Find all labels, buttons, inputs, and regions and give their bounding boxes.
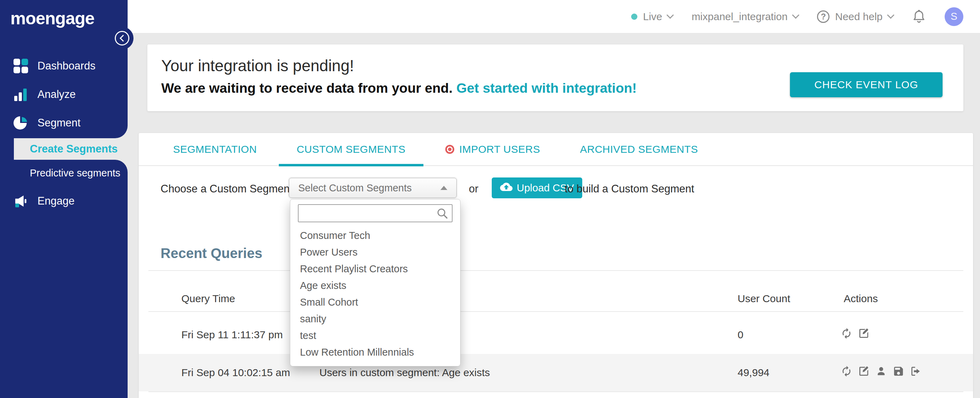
chevron-down-icon xyxy=(792,11,799,19)
target-dot-icon xyxy=(445,145,454,154)
or-text: or xyxy=(469,183,479,195)
sidebar-item-label: Predictive segments xyxy=(30,168,120,179)
dropdown-option[interactable]: test xyxy=(290,327,460,344)
sidebar-item-analyze[interactable]: Analyze xyxy=(0,80,127,109)
tab-archived-segments[interactable]: ARCHIVED SEGMENTS xyxy=(580,133,698,166)
table-row: Fri Sep 04 10:02:15 am Users in custom s… xyxy=(139,354,973,392)
column-header-actions: Actions xyxy=(844,293,878,305)
dropdown-search xyxy=(298,204,453,222)
notifications-bell-icon[interactable] xyxy=(912,9,926,24)
sidebar-item-label: Create Segments xyxy=(30,143,118,155)
chevron-down-icon xyxy=(887,11,894,19)
dropdown-option[interactable]: sanity xyxy=(290,310,460,327)
user-count-cell: 49,994 xyxy=(738,367,770,379)
workspace-label: mixpanel_integration xyxy=(692,11,788,22)
segments-card: SEGMENTATION CUSTOM SEGMENTS IMPORT USER… xyxy=(139,133,973,398)
sidebar-item-label: Analyze xyxy=(37,88,76,101)
tab-label: CUSTOM SEGMENTS xyxy=(297,144,406,155)
sidebar-bottom-section: Predictive segments Engage xyxy=(0,160,127,398)
tab-label: IMPORT USERS xyxy=(459,144,540,155)
table-row: Fri Sep 11 1:11:37 pm 0 xyxy=(139,312,973,354)
row-actions xyxy=(841,365,922,377)
dropdown-option[interactable]: Low Retention Millennials xyxy=(290,344,460,361)
user-count-cell: 0 xyxy=(738,329,743,341)
build-segment-hint: to build a Custom Segment xyxy=(565,183,694,195)
environment-switcher[interactable]: Live xyxy=(631,11,673,22)
divider xyxy=(148,270,963,271)
tab-custom-segments[interactable]: CUSTOM SEGMENTS xyxy=(297,133,406,166)
segment-search-input[interactable] xyxy=(298,204,453,222)
tabs: SEGMENTATION CUSTOM SEGMENTS IMPORT USER… xyxy=(139,133,973,166)
edit-icon[interactable] xyxy=(858,365,870,377)
edit-icon[interactable] xyxy=(858,328,870,339)
moengage-logo[interactable]: moengage xyxy=(0,0,127,39)
sidebar: moengage Dashboards xyxy=(0,0,127,398)
choose-segment-label: Choose a Custom Segment: xyxy=(161,183,296,195)
get-started-link[interactable]: Get started with integration! xyxy=(457,81,637,96)
moengage-app: Live mixpanel_integration ? Need help S … xyxy=(0,0,980,398)
help-label: Need help xyxy=(835,11,883,22)
tab-label: ARCHIVED SEGMENTS xyxy=(580,144,698,155)
cloud-upload-icon xyxy=(500,182,512,195)
dropdown-options: Consumer Tech Power Users Recent Playlis… xyxy=(290,227,460,361)
column-header-user-count: User Count xyxy=(738,293,790,305)
sidebar-item-label: Segment xyxy=(37,117,80,129)
sidebar-active-row: Create Segments xyxy=(0,138,127,160)
recent-queries-title: Recent Queries xyxy=(161,246,262,261)
caret-up-icon xyxy=(441,186,447,190)
sidebar-item-predictive-segments[interactable]: Predictive segments xyxy=(0,162,127,184)
sidebar-item-dashboards[interactable]: Dashboards xyxy=(0,52,127,80)
sidebar-collapse-button[interactable] xyxy=(115,31,129,45)
live-status-dot xyxy=(631,14,637,20)
sidebar-nav: Dashboards Analyze xyxy=(0,52,127,137)
integration-banner: Your integration is pending! We are wait… xyxy=(147,45,963,111)
user-icon[interactable] xyxy=(875,365,887,377)
sidebar-item-segment[interactable]: Segment xyxy=(0,109,127,137)
sidebar-item-label: Dashboards xyxy=(37,60,95,72)
custom-segments-dropdown: Consumer Tech Power Users Recent Playlis… xyxy=(290,199,461,366)
dropdown-option[interactable]: Recent Playlist Creators xyxy=(290,261,460,277)
search-icon xyxy=(436,207,449,222)
bar-chart-icon xyxy=(13,87,29,102)
tab-import-users[interactable]: IMPORT USERS xyxy=(445,133,540,166)
check-event-log-button[interactable]: CHECK EVENT LOG xyxy=(790,72,943,97)
tab-label: SEGMENTATION xyxy=(173,144,257,155)
help-menu[interactable]: ? Need help xyxy=(817,10,893,23)
avatar[interactable]: S xyxy=(945,7,963,26)
column-header-query-time: Query Time xyxy=(181,293,235,305)
grid-icon xyxy=(13,58,29,74)
environment-label: Live xyxy=(643,11,662,22)
query-time-cell: Fri Sep 04 10:02:15 am xyxy=(181,367,290,379)
custom-segments-select[interactable]: Select Custom Segments xyxy=(289,178,457,198)
query-cell: Users in custom segment: Age exists xyxy=(320,367,490,379)
sidebar-item-label: Engage xyxy=(37,195,75,207)
sidebar-top-section: moengage Dashboards xyxy=(0,0,127,138)
chevron-down-icon xyxy=(667,11,674,19)
banner-subtitle: We are waiting to receive data from your… xyxy=(161,81,453,96)
top-header: Live mixpanel_integration ? Need help S xyxy=(127,0,980,34)
chevron-left-icon xyxy=(119,35,127,42)
sidebar-item-engage[interactable]: Engage xyxy=(0,187,127,215)
select-value: Select Custom Segments xyxy=(298,182,412,194)
divider xyxy=(148,392,963,392)
refresh-icon[interactable] xyxy=(841,365,853,377)
refresh-icon[interactable] xyxy=(841,328,853,339)
dropdown-option[interactable]: Power Users xyxy=(290,244,460,261)
dropdown-option[interactable]: Small Cohort xyxy=(290,294,460,310)
question-circle-icon: ? xyxy=(817,10,829,23)
megaphone-icon xyxy=(13,193,29,209)
sidebar-item-create-segments[interactable]: Create Segments xyxy=(14,138,127,160)
pie-chart-icon xyxy=(13,115,29,131)
tab-segmentation[interactable]: SEGMENTATION xyxy=(173,133,257,166)
row-actions xyxy=(841,328,870,339)
save-icon[interactable] xyxy=(892,365,904,377)
dropdown-option[interactable]: Age exists xyxy=(290,277,460,294)
dropdown-option[interactable]: Consumer Tech xyxy=(290,227,460,244)
export-icon[interactable] xyxy=(910,365,922,377)
workspace-switcher[interactable]: mixpanel_integration xyxy=(692,11,798,22)
query-time-cell: Fri Sep 11 1:11:37 pm xyxy=(181,329,283,341)
